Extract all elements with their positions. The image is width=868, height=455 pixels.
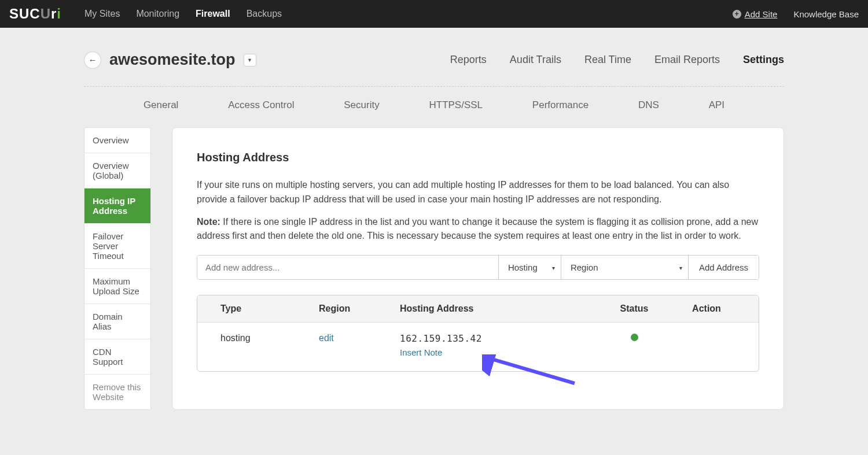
chevron-down-icon: ▼	[247, 57, 252, 63]
settings-sidebar: Overview Overview (Global) Hosting IP Ad…	[84, 127, 151, 410]
th-region: Region	[319, 304, 400, 314]
nav-monitoring[interactable]: Monitoring	[136, 9, 179, 19]
hosting-address-panel: Hosting Address If your site runs on mul…	[172, 127, 784, 410]
table-row: hosting edit 162.159.135.42 Insert Note	[197, 323, 759, 371]
settings-subtabs: General Access Control Security HTTPS/SS…	[84, 87, 784, 127]
subtab-performance[interactable]: Performance	[532, 99, 589, 111]
td-status	[591, 333, 678, 343]
edit-region-link[interactable]: edit	[319, 333, 334, 343]
subtab-access-control[interactable]: Access Control	[228, 99, 294, 111]
nav-firewall[interactable]: Firewall	[196, 9, 230, 19]
top-nav-main: My Sites Monitoring Firewall Backups	[84, 9, 282, 19]
td-address: 162.159.135.42 Insert Note	[400, 333, 591, 357]
top-nav: SUCUri My Sites Monitoring Firewall Back…	[0, 0, 868, 28]
sidebar-item-remove-site[interactable]: Remove this Website	[84, 375, 150, 409]
sidebar-item-hosting-ip[interactable]: Hosting IP Address	[84, 188, 150, 224]
note-label: Note:	[197, 217, 220, 227]
page-container: ← awesomesite.top ▼ Reports Audit Trails…	[72, 28, 796, 427]
add-address-row: Hosting Region Add Address	[197, 255, 759, 280]
sidebar-item-cdn-support[interactable]: CDN Support	[84, 339, 150, 375]
th-action: Action	[678, 304, 735, 314]
tab-reports[interactable]: Reports	[450, 54, 487, 66]
th-status: Status	[591, 304, 678, 314]
tab-settings[interactable]: Settings	[743, 54, 784, 66]
td-region: edit	[319, 333, 400, 343]
sidebar-item-overview-global[interactable]: Overview (Global)	[84, 153, 150, 188]
arrow-left-icon: ←	[89, 55, 97, 65]
td-type: hosting	[220, 333, 319, 343]
page-head-left: ← awesomesite.top ▼	[84, 51, 256, 69]
table-header: Type Region Hosting Address Status Actio…	[197, 295, 759, 323]
subtab-security[interactable]: Security	[344, 99, 379, 111]
type-select[interactable]: Hosting	[498, 256, 561, 279]
add-site-link[interactable]: + Add Site	[733, 9, 778, 19]
add-site-label: Add Site	[745, 9, 778, 19]
panel-paragraph-2: Note: If there is one single IP address …	[197, 215, 759, 244]
back-button[interactable]: ←	[84, 51, 101, 69]
nav-backups[interactable]: Backups	[247, 9, 282, 19]
sidebar-item-overview[interactable]: Overview	[84, 128, 150, 153]
status-ok-icon	[631, 334, 638, 341]
th-address: Hosting Address	[400, 304, 591, 314]
page-head: ← awesomesite.top ▼ Reports Audit Trails…	[84, 51, 784, 87]
address-input[interactable]	[197, 256, 498, 279]
tab-audit-trails[interactable]: Audit Trails	[510, 54, 561, 66]
logo: SUCUri	[9, 6, 61, 22]
sidebar-item-domain-alias[interactable]: Domain Alias	[84, 304, 150, 339]
add-address-button[interactable]: Add Address	[688, 256, 759, 279]
note-body: If there is one single IP address in the…	[197, 217, 758, 241]
page-tabs: Reports Audit Trails Real Time Email Rep…	[450, 54, 784, 66]
subtab-dns[interactable]: DNS	[638, 99, 659, 111]
sidebar-item-failover[interactable]: Failover Server Timeout	[84, 224, 150, 269]
knowledge-base-link[interactable]: Knowledge Base	[793, 9, 859, 19]
panel-heading: Hosting Address	[197, 151, 759, 164]
insert-note-link[interactable]: Insert Note	[400, 347, 591, 357]
subtab-general[interactable]: General	[144, 99, 178, 111]
th-type: Type	[220, 304, 319, 314]
address-table: Type Region Hosting Address Status Actio…	[197, 295, 759, 372]
ip-value: 162.159.135.42	[400, 333, 482, 344]
tab-email-reports[interactable]: Email Reports	[654, 54, 720, 66]
site-dropdown-button[interactable]: ▼	[244, 54, 256, 66]
subtab-api[interactable]: API	[709, 99, 724, 111]
sidebar-item-max-upload[interactable]: Maximum Upload Size	[84, 269, 150, 304]
content-columns: Overview Overview (Global) Hosting IP Ad…	[84, 127, 784, 410]
nav-my-sites[interactable]: My Sites	[84, 9, 120, 19]
tab-real-time[interactable]: Real Time	[584, 54, 631, 66]
region-select[interactable]: Region	[561, 256, 688, 279]
page-title: awesomesite.top	[109, 51, 236, 69]
top-nav-right: + Add Site Knowledge Base	[733, 9, 859, 19]
plus-icon: +	[733, 10, 741, 19]
panel-paragraph-1: If your site runs on multiple hosting se…	[197, 178, 759, 207]
subtab-https-ssl[interactable]: HTTPS/SSL	[429, 99, 483, 111]
